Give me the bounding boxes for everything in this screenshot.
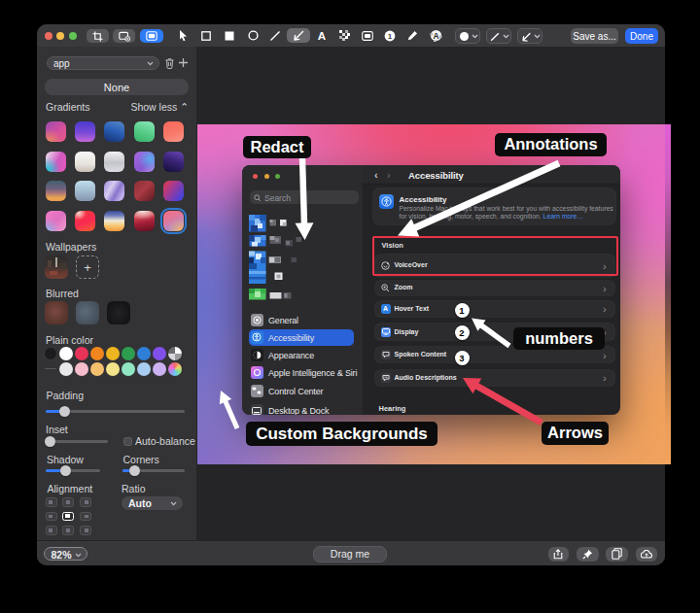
svg-text:A: A: [433, 31, 438, 41]
svg-text:1: 1: [388, 31, 393, 40]
